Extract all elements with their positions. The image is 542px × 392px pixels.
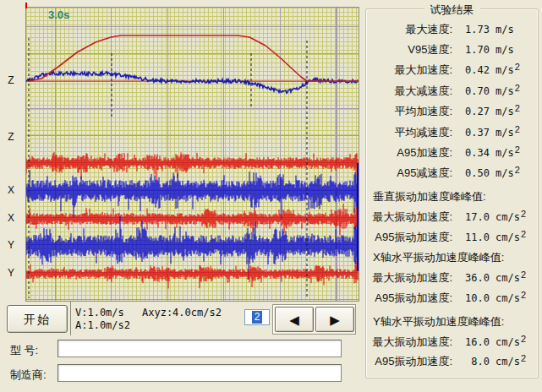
result-unit: m/s xyxy=(495,127,514,139)
right-arrow-icon: ▶ xyxy=(330,313,340,327)
result-unit: cm/s xyxy=(495,336,520,348)
result-unit-exponent: 2 xyxy=(515,165,520,175)
result-value: 1.70 xyxy=(452,44,490,56)
manufacturer-input[interactable] xyxy=(57,364,342,382)
time-window-label: 3.0s xyxy=(48,8,69,21)
previous-page-button[interactable]: ◀ xyxy=(275,307,314,332)
result-value: 0.50 xyxy=(452,167,490,179)
accel-setting-label: A:1.0m/s2 xyxy=(75,319,130,331)
page-number-value: 2 xyxy=(252,311,263,324)
result-label: 最大速度: xyxy=(371,22,452,37)
result-value: 10.0 xyxy=(452,292,490,304)
result-unit: cm/s xyxy=(495,231,520,243)
result-value: 0.34 xyxy=(452,147,490,159)
result-value: 11.0 xyxy=(452,231,490,243)
result-label: A95振动加速度: xyxy=(371,230,452,245)
result-unit: m/s xyxy=(495,147,514,159)
result-unit-exponent: 2 xyxy=(521,209,526,219)
result-value: 16.0 xyxy=(452,336,490,348)
start-button[interactable]: 开始 xyxy=(7,305,68,333)
result-unit-exponent: 2 xyxy=(521,229,526,239)
result-row: A95振动加速度:8.0cm/s2 xyxy=(371,354,534,369)
result-row: 平均加速度:0.27m/s2 xyxy=(371,104,534,119)
result-row: 最大振动加速度:16.0cm/s2 xyxy=(371,335,534,350)
result-row: 平均减速度:0.37m/s2 xyxy=(371,125,534,140)
result-unit: cm/s xyxy=(495,292,520,304)
result-value: 8.0 xyxy=(452,356,490,368)
pager-panel: ◀ ▶ xyxy=(272,304,356,335)
result-section-header: 垂直振动加速度峰峰值: xyxy=(373,189,535,204)
result-unit-exponent: 2 xyxy=(521,290,526,300)
result-label: 最大振动加速度: xyxy=(371,210,452,225)
noise-band-X-vibration-red xyxy=(26,204,358,235)
axis-label-x-2: X xyxy=(2,184,20,196)
result-unit: m/s xyxy=(495,85,514,97)
result-unit: m/s xyxy=(495,106,514,117)
page-number-input[interactable]: 2 xyxy=(244,309,270,325)
acceleration-trace xyxy=(26,72,358,94)
result-unit-exponent: 2 xyxy=(521,334,526,344)
result-label: 平均加速度: xyxy=(371,104,452,119)
result-row: A95振动加速度:10.0cm/s2 xyxy=(371,291,534,306)
result-label: A95减速度: xyxy=(371,166,452,181)
result-label: A95振动加速度: xyxy=(371,354,452,369)
result-label: A95加速度: xyxy=(371,145,452,161)
result-row: 最大加速度:0.42m/s2 xyxy=(371,63,534,78)
result-row: A95加速度:0.34m/s2 xyxy=(371,145,534,161)
result-row: 最大减速度:0.70m/s2 xyxy=(371,84,534,99)
result-value: 17.0 xyxy=(452,211,490,223)
result-unit: m/s xyxy=(495,167,514,179)
result-label: 平均减速度: xyxy=(371,125,452,140)
result-section-header: X轴水平振动加速度峰峰值: xyxy=(373,250,535,265)
app-window: 3.0s ZZXXYY 开始 V:1.0m/s A:1.0m/s2 Axyz:4… xyxy=(0,0,542,392)
result-unit-exponent: 2 xyxy=(515,83,520,93)
result-unit: m/s xyxy=(495,24,514,35)
result-unit-exponent: 2 xyxy=(521,353,526,363)
result-row: V95速度:1.70m/s xyxy=(371,42,534,57)
result-value: 0.37 xyxy=(452,127,490,139)
test-results-groupbox: 试验结果 最大速度:1.73m/sV95速度:1.70m/s最大加速度:0.42… xyxy=(365,8,539,378)
axyz-setting-label: Axyz:4.0cm/s2 xyxy=(142,307,222,318)
result-unit: m/s xyxy=(495,44,514,56)
result-row: 最大振动加速度:36.0cm/s2 xyxy=(371,270,534,286)
result-unit-exponent: 2 xyxy=(515,62,520,72)
result-value: 0.42 xyxy=(452,64,490,76)
result-row: 最大振动加速度:17.0cm/s2 xyxy=(371,210,534,225)
result-row: A95振动加速度:11.0cm/s2 xyxy=(371,230,534,245)
axis-label-x-3: X xyxy=(2,212,20,224)
result-value: 0.27 xyxy=(452,106,490,117)
noise-band-X-vibration-blue xyxy=(26,169,358,220)
result-unit-exponent: 2 xyxy=(515,144,520,155)
chart-start-marker xyxy=(25,3,27,8)
result-label: 最大加速度: xyxy=(371,63,452,78)
waveform-chart[interactable] xyxy=(25,7,359,302)
test-results-title: 试验结果 xyxy=(424,3,480,18)
result-value: 1.73 xyxy=(452,24,490,35)
next-page-button[interactable]: ▶ xyxy=(315,307,354,332)
manufacturer-label: 制造商: xyxy=(10,368,47,383)
result-unit: m/s xyxy=(495,64,514,76)
result-unit: cm/s xyxy=(495,211,520,223)
result-unit: cm/s xyxy=(495,272,520,284)
result-label: A95振动加速度: xyxy=(371,291,452,306)
result-unit-exponent: 2 xyxy=(515,103,520,113)
model-label: 型 号: xyxy=(10,343,38,358)
noise-band-Y-vibration-red xyxy=(26,262,358,288)
result-row: 最大速度:1.73m/s xyxy=(371,22,534,37)
result-row: A95减速度:0.50m/s2 xyxy=(371,166,534,181)
speed-setting-label: V:1.0m/s xyxy=(75,307,124,318)
axis-label-y-5: Y xyxy=(2,267,20,279)
result-unit-exponent: 2 xyxy=(521,270,526,280)
result-value: 0.70 xyxy=(452,85,490,97)
model-input[interactable] xyxy=(57,340,342,357)
result-label: 最大减速度: xyxy=(371,84,452,99)
result-unit-exponent: 2 xyxy=(515,124,520,134)
axis-label-y-4: Y xyxy=(2,239,20,251)
left-arrow-icon: ◀ xyxy=(289,313,299,327)
result-section-header: Y轴水平振动加速度峰峰值: xyxy=(373,314,535,329)
result-label: 最大振动加速度: xyxy=(371,335,452,350)
axis-label-z-0: Z xyxy=(2,74,20,86)
result-value: 36.0 xyxy=(452,272,490,284)
result-label: V95速度: xyxy=(371,42,452,57)
result-unit: cm/s xyxy=(495,356,520,368)
